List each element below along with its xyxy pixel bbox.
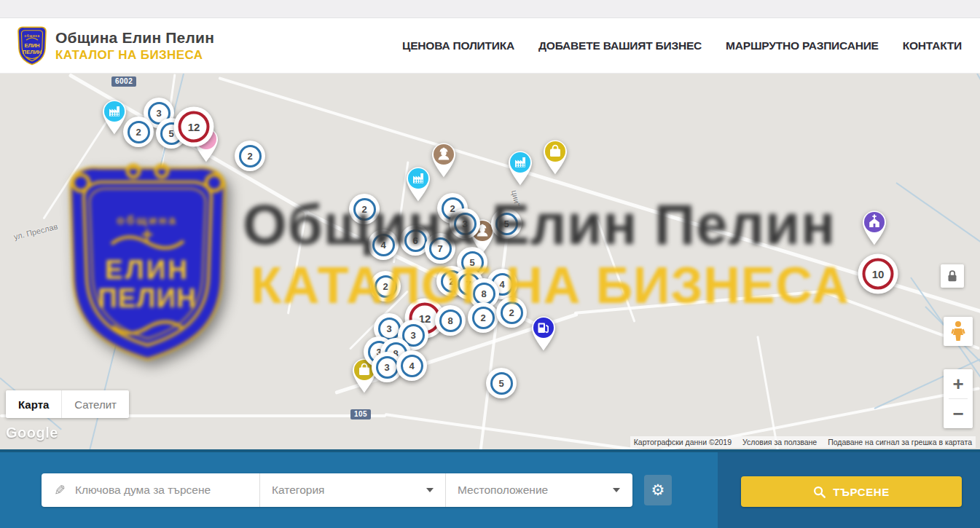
svg-text:ЕЛИН: ЕЛИН	[105, 255, 189, 285]
brand-logo-link[interactable]: община ЕЛИН ПЕЛИН Община Елин Пелин КАТА…	[0, 25, 214, 67]
location-select[interactable]: Местоположение	[446, 473, 632, 507]
search-bar: ✎ Категория Местоположение ⚙ ТЪРСЕНЕ	[0, 449, 980, 528]
advanced-settings-button[interactable]: ⚙	[644, 475, 672, 505]
road-badge: 105	[350, 409, 371, 419]
site-subtitle: КАТАЛОГ НА БИЗНЕСА	[55, 48, 214, 62]
cluster-count: 3	[410, 330, 415, 341]
cluster-count: 4	[409, 360, 414, 371]
cluster-count: 2	[509, 307, 514, 318]
map-boundary-line	[895, 182, 980, 288]
cluster-marker[interactable]: 2	[235, 141, 265, 171]
map-type-satellite-button[interactable]: Сателит	[62, 390, 129, 418]
cluster-marker[interactable]: 4	[396, 350, 427, 381]
attribution-link[interactable]: Подаване на сигнал за грешка в картата	[828, 438, 972, 446]
street-view-pegman-button[interactable]	[944, 317, 973, 346]
map-type-map-button[interactable]: Карта	[6, 390, 62, 418]
map-attribution: Картографски данни ©2019Условия за ползв…	[630, 436, 976, 448]
cluster-count: 2	[480, 312, 485, 323]
attribution-link[interactable]: Условия за ползване	[742, 438, 817, 446]
watermark-crest: община ЕЛИН ПЕЛИН	[62, 157, 233, 371]
gear-icon: ⚙	[651, 481, 665, 499]
pencil-icon: ✎	[54, 482, 66, 499]
street-label: ции“	[510, 189, 522, 207]
keyword-field[interactable]: ✎	[42, 473, 260, 507]
map-road	[574, 290, 825, 315]
svg-text:община: община	[24, 34, 39, 38]
cluster-count: 4	[499, 279, 504, 290]
chevron-down-icon	[426, 488, 434, 492]
pegman-icon	[949, 320, 968, 342]
cluster-count: 12	[188, 121, 200, 133]
category-select-label: Категория	[272, 484, 324, 497]
factory-pin-marker[interactable]	[402, 165, 434, 205]
cluster-count: 2	[247, 151, 252, 162]
cluster-count: 3	[384, 362, 389, 373]
cluster-marker[interactable]: 2	[496, 297, 527, 328]
chevron-down-icon	[613, 488, 620, 492]
cluster-count: 2	[136, 127, 141, 138]
municipality-crest-icon: община ЕЛИН ПЕЛИН	[15, 25, 49, 67]
cluster-count: 2	[383, 281, 388, 292]
cluster-marker[interactable]: 2	[468, 302, 498, 333]
nav-item[interactable]: МАРШРУТНО РАЗПИСАНИЕ	[726, 39, 879, 52]
cluster-count: 3	[156, 108, 161, 119]
cluster-marker[interactable]: 2	[370, 271, 401, 302]
nav-item[interactable]: ДОБАВЕТЕ ВАШИЯТ БИЗНЕС	[538, 39, 702, 52]
street-label: ул. Преслав	[12, 222, 58, 242]
category-select[interactable]: Категория	[260, 473, 446, 507]
cluster-marker[interactable]: 4	[368, 229, 399, 260]
main-nav: ЦЕНОВА ПОЛИТИКАДОБАВЕТЕ ВАШИЯТ БИЗНЕСМАР…	[402, 39, 980, 52]
cluster-count: 5	[503, 218, 509, 229]
cluster-marker[interactable]: 12	[174, 107, 214, 147]
map-road	[522, 170, 980, 314]
map-road	[597, 219, 636, 323]
google-logo[interactable]: Google	[6, 425, 58, 441]
cluster-count: 8	[447, 315, 452, 326]
watermark-subtitle: КАТАЛОГ НА БИЗНЕСА	[251, 256, 850, 315]
top-strip	[0, 0, 980, 18]
nav-item[interactable]: КОНТАКТИ	[903, 39, 962, 52]
zoom-in-button[interactable]: +	[944, 369, 973, 398]
cluster-marker[interactable]: 3	[450, 208, 480, 239]
cluster-marker[interactable]: 7	[425, 233, 455, 264]
factory-pin-marker[interactable]	[504, 149, 536, 189]
lock-icon	[944, 267, 961, 285]
site-title: Община Елин Пелин	[55, 29, 214, 47]
cluster-marker[interactable]: 5	[491, 208, 522, 239]
nav-item[interactable]: ЦЕНОВА ПОЛИТИКА	[402, 39, 514, 52]
search-icon	[813, 486, 826, 498]
church-pin-marker[interactable]	[858, 208, 890, 249]
google-map[interactable]: 6002105ул. Преславбул. „Новоселци“ции“ 3…	[0, 73, 980, 449]
map-road	[287, 212, 307, 314]
cluster-count: 5	[469, 257, 474, 268]
cluster-count: 10	[872, 268, 885, 280]
keyword-input[interactable]	[74, 483, 251, 497]
search-button-label: ТЪРСЕНЕ	[833, 486, 890, 498]
svg-text:ПЕЛИН: ПЕЛИН	[23, 49, 42, 55]
cluster-count: 7	[437, 243, 442, 254]
header: община ЕЛИН ПЕЛИН Община Елин Пелин КАТА…	[0, 18, 980, 74]
map-type-control: Карта Сателит	[6, 390, 129, 418]
map-road	[385, 413, 656, 449]
cluster-count: 2	[361, 204, 366, 215]
zoom-out-button[interactable]: −	[944, 399, 973, 428]
cluster-count: 8	[481, 288, 486, 299]
cluster-count: 4	[380, 240, 385, 251]
cluster-count: 5	[498, 378, 503, 389]
zoom-control: + −	[944, 369, 973, 428]
bag-pin-marker[interactable]	[539, 138, 571, 178]
cluster-count: 3	[386, 323, 391, 334]
cluster-marker[interactable]: 2	[123, 117, 154, 147]
svg-text:ПЕЛИН: ПЕЛИН	[98, 283, 197, 313]
cluster-marker[interactable]: 8	[435, 305, 466, 336]
road-badge: 6002	[111, 76, 136, 87]
fuel-pin-marker[interactable]	[528, 314, 560, 355]
cluster-marker[interactable]: 10	[858, 254, 898, 294]
cluster-count: 6	[412, 235, 418, 246]
search-button[interactable]: ТЪРСЕНЕ	[741, 476, 962, 507]
cluster-marker[interactable]: 5	[486, 368, 517, 398]
map-boundary-line	[976, 74, 980, 188]
cluster-marker[interactable]: 2	[349, 194, 380, 224]
location-select-label: Местоположение	[458, 484, 548, 497]
lock-button[interactable]	[941, 264, 964, 288]
